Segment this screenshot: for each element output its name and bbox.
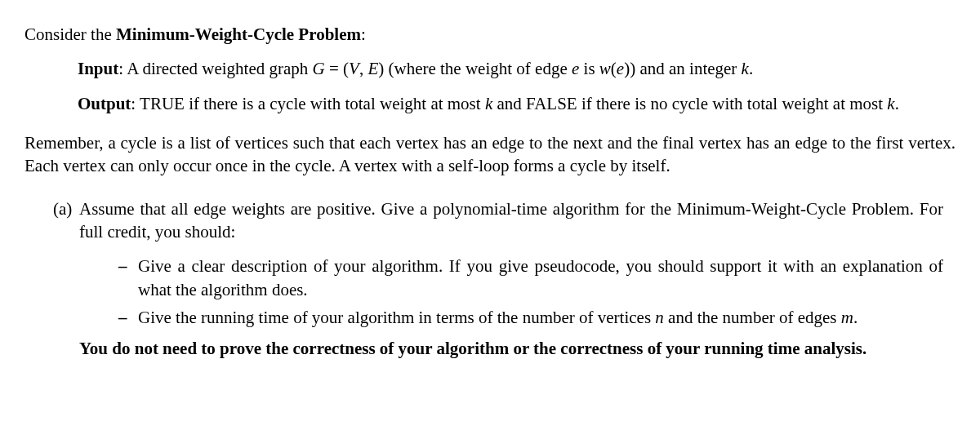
math-E: E — [368, 59, 378, 78]
math-k: k — [742, 59, 749, 78]
closing-note: You do not need to prove the correctness… — [79, 337, 943, 360]
output-block: Output: TRUE if there is a cycle with to… — [78, 92, 931, 115]
input-block: Input: A directed weighted graph G = (V,… — [78, 57, 931, 80]
part-a: (a) Assume that all edge weights are pos… — [53, 197, 943, 244]
math-k: k — [887, 94, 894, 113]
intro-bold: Minimum-Weight-Cycle Problem — [116, 24, 361, 44]
bullet-item: – Give the running time of your algorith… — [118, 306, 943, 329]
part-label: (a) — [53, 197, 79, 244]
text: Give the running time of your algorithm … — [138, 308, 655, 327]
input-label: Input — [78, 59, 118, 78]
text: : TRUE if there is a cycle with total we… — [131, 94, 485, 113]
math-G: G — [313, 59, 325, 78]
text: and the number of edges — [664, 308, 841, 327]
bullet-text: Give a clear description of your algorit… — [138, 255, 943, 301]
math-e: e — [617, 59, 624, 78]
text: : A directed weighted graph — [118, 59, 312, 78]
intro-suffix: : — [361, 24, 366, 44]
text: . — [749, 59, 753, 78]
math-w: w — [599, 59, 611, 78]
bullet-text: Give the running time of your algorithm … — [138, 306, 943, 329]
text: ( — [611, 59, 617, 78]
text: is — [579, 59, 599, 78]
math-k: k — [485, 94, 492, 113]
intro-prefix: Consider the — [24, 24, 116, 44]
math-m: m — [841, 308, 853, 327]
text: . — [895, 94, 899, 113]
text: and FALSE if there is no cycle with tota… — [492, 94, 887, 113]
remember-paragraph: Remember, a cycle is a list of vertices … — [24, 131, 956, 178]
bullet-dash: – — [118, 306, 138, 329]
text: Remember, a cycle is a list of vertices … — [24, 133, 956, 175]
part-text: Assume that all edge weights are positiv… — [79, 197, 943, 244]
intro-line: Consider the Minimum-Weight-Cycle Proble… — [24, 23, 956, 46]
bullet-dash: – — [118, 255, 138, 301]
math-V: V — [349, 59, 359, 78]
output-label: Output — [78, 94, 131, 113]
text: , — [359, 59, 368, 78]
text: . — [853, 308, 858, 327]
bullet-item: – Give a clear description of your algor… — [118, 255, 943, 301]
text: ) and an integer — [630, 59, 741, 78]
math-n: n — [655, 308, 664, 327]
text: ) (where the weight of edge — [378, 59, 572, 78]
text: = ( — [325, 59, 349, 78]
math-e: e — [572, 59, 579, 78]
